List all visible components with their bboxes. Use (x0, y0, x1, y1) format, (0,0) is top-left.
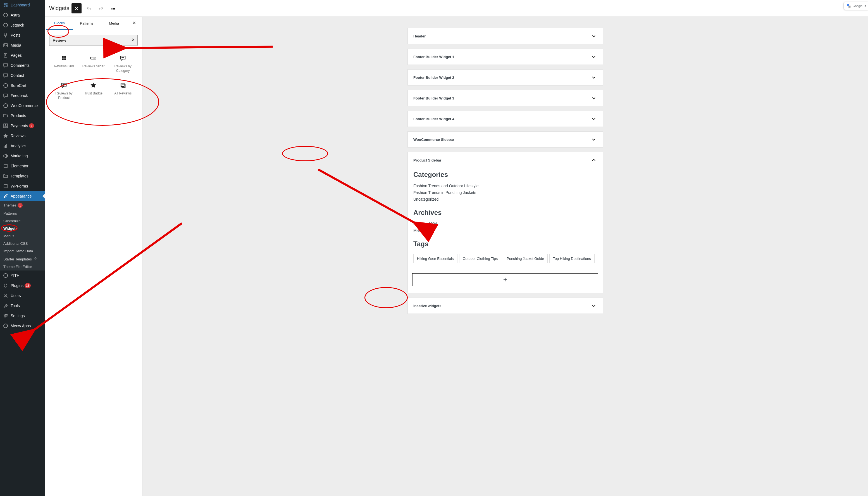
sidebar-item-contact[interactable]: Contact (0, 71, 45, 80)
submenu-label: Theme File Editor (3, 265, 32, 269)
star-icon (3, 133, 9, 139)
add-block-button[interactable] (412, 273, 598, 286)
submenu-label: Themes (3, 203, 16, 207)
block-all-reviews[interactable]: All Reviews (108, 77, 138, 105)
submenu-item-widgets[interactable]: Widgets (0, 225, 45, 232)
sidebar-item-media[interactable]: Media (0, 40, 45, 50)
sidebar-item-label: YITH (11, 273, 19, 278)
sidebar-item-yith[interactable]: YITH (0, 270, 45, 281)
sidebar-item-comments[interactable]: Comments (0, 60, 45, 71)
block-reviews-slider[interactable]: Reviews Slider (79, 50, 108, 77)
plugins-icon (3, 283, 9, 289)
sidebar-item-jetpack[interactable]: Jetpack (0, 20, 45, 30)
sidebar-item-products[interactable]: Products (0, 111, 45, 121)
chevron-down-icon (590, 95, 597, 102)
area-header[interactable]: Product Sidebar (408, 152, 603, 168)
sidebar-item-marketing[interactable]: Marketing (0, 151, 45, 161)
category-link[interactable]: Fashion Trends in Punching Jackets (413, 189, 597, 196)
area-header[interactable]: WooCommerce Sidebar (408, 131, 603, 147)
sidebar-item-label: Users (11, 293, 21, 298)
sidebar-item-users[interactable]: Users (0, 291, 45, 301)
block-inserter-panel: Blocks Patterns Media Reviews GridReview… (45, 17, 142, 496)
submenu-item-additional-css[interactable]: Additional CSS (0, 240, 45, 247)
sidebar-item-dashboard[interactable]: Dashboard (0, 0, 45, 10)
widget-area-woo-sidebar: WooCommerce Sidebar (407, 131, 603, 148)
categories-heading[interactable]: Categories (408, 168, 603, 181)
clear-search-icon[interactable] (131, 38, 135, 43)
jetpack-icon (3, 22, 9, 28)
submenu-item-menus[interactable]: Menus (0, 232, 45, 240)
widgets-canvas: HeaderFooter Builder Widget 1Footer Buil… (142, 17, 868, 496)
sidebar-item-appearance[interactable]: Appearance (0, 191, 45, 201)
submenu-item-themes[interactable]: Themes1 (0, 201, 45, 210)
sidebar-item-label: Products (11, 113, 26, 118)
sidebar-item-woocommerce[interactable]: WooCommerce (0, 100, 45, 111)
area-header[interactable]: Footer Builder Widget 3 (408, 90, 603, 106)
tab-patterns[interactable]: Patterns (73, 17, 100, 29)
redo-button[interactable] (96, 3, 106, 13)
sidebar-item-settings[interactable]: Settings (0, 311, 45, 321)
sidebar-item-tools[interactable]: Tools (0, 301, 45, 311)
sidebar-item-plugins[interactable]: Plugins15 (0, 281, 45, 291)
sidebar-item-label: Comments (11, 63, 30, 68)
block-reviews-grid[interactable]: Reviews Grid (49, 50, 79, 77)
sidebar-item-astra[interactable]: Astra (0, 10, 45, 20)
area-header[interactable]: Inactive widgets (408, 298, 603, 313)
block-inserter-toggle[interactable] (71, 3, 82, 13)
block-label: Reviews by Product (50, 91, 78, 100)
sidebar-item-analytics[interactable]: Analytics (0, 141, 45, 151)
sidebar-item-reviews[interactable]: Reviews (0, 131, 45, 141)
area-header[interactable]: Footer Builder Widget 1 (408, 49, 603, 64)
area-header[interactable]: Header (408, 28, 603, 44)
block-reviews-by-category[interactable]: Reviews by Category (108, 50, 138, 77)
chevron-down-icon (590, 53, 597, 60)
sidebar-item-meow-apps[interactable]: Meow Apps (0, 321, 45, 331)
sidebar-item-payments[interactable]: Payments1 (0, 121, 45, 131)
star-solid-icon (90, 82, 97, 89)
submenu-item-starter-templates[interactable]: Starter Templates (0, 255, 45, 263)
archives-heading[interactable]: Archives (408, 206, 603, 219)
category-link[interactable]: Uncategorized (413, 196, 597, 203)
block-reviews-by-product[interactable]: Reviews by Product (49, 77, 79, 105)
google-translate-badge[interactable]: Google Tr (843, 2, 868, 10)
tags-heading[interactable]: Tags (408, 237, 603, 251)
inserter-close-button[interactable] (128, 21, 141, 26)
tab-blocks[interactable]: Blocks (46, 17, 73, 30)
submenu-item-customize[interactable]: Customize (0, 217, 45, 225)
block-label: Reviews Grid (54, 64, 74, 69)
category-link[interactable]: Fashion Trends and Outdoor Lifestyle (413, 183, 597, 189)
submenu-item-theme-file-editor[interactable]: Theme File Editor (0, 263, 45, 270)
count-badge: 1 (18, 203, 22, 208)
submenu-item-import-demo[interactable]: Import Demo Data (0, 247, 45, 255)
search-input[interactable] (53, 38, 131, 43)
tag-link[interactable]: Top Hiking Destinations (549, 254, 595, 263)
tags-cloud: Hiking Gear EssentialsOutdoor Clothing T… (408, 251, 603, 269)
sidebar-item-wpforms[interactable]: WPForms (0, 181, 45, 191)
sidebar-item-feedback[interactable]: Feedback (0, 91, 45, 100)
tag-link[interactable]: Hiking Gear Essentials (413, 254, 457, 263)
block-trust-badge[interactable]: Trust Badge (79, 77, 108, 105)
document-overview-button[interactable] (108, 3, 118, 13)
sidebar-item-templates[interactable]: Templates (0, 171, 45, 181)
sidebar-item-surecart[interactable]: SureCart (0, 80, 45, 91)
area-header[interactable]: Footer Builder Widget 4 (408, 111, 603, 127)
tab-media[interactable]: Media (100, 17, 128, 29)
megaphone-icon (3, 153, 9, 159)
area-header[interactable]: Footer Builder Widget 2 (408, 69, 603, 85)
sidebar-item-label: SureCart (11, 83, 26, 88)
page-title: Widgets (49, 5, 69, 12)
tag-link[interactable]: Outdoor Clothing Tips (459, 254, 502, 263)
users-icon (3, 293, 9, 298)
widget-area-inactive: Inactive widgets (407, 298, 603, 314)
sidebar-item-label: Reviews (11, 134, 26, 138)
sidebar-item-posts[interactable]: Posts (0, 30, 45, 40)
block-label: Trust Badge (84, 91, 102, 96)
undo-button[interactable] (84, 3, 94, 13)
sidebar-item-pages[interactable]: Pages (0, 50, 45, 60)
archive-link[interactable]: March 2024 (413, 227, 597, 234)
tag-link[interactable]: Punching Jacket Guide (503, 254, 548, 263)
sidebar-item-label: Contact (11, 73, 24, 78)
submenu-item-patterns[interactable]: Patterns (0, 210, 45, 217)
archive-link[interactable]: October 2024 (413, 220, 597, 227)
sidebar-item-elementor[interactable]: Elementor (0, 161, 45, 171)
